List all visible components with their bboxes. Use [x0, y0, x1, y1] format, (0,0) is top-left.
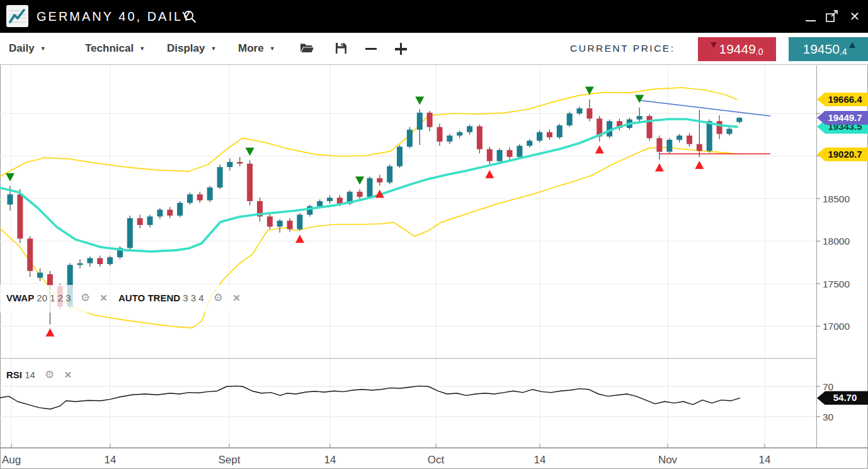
- technical-menu[interactable]: Technical▼: [85, 33, 145, 64]
- candle[interactable]: [497, 150, 503, 161]
- save-icon[interactable]: [334, 42, 350, 55]
- ask-price-box[interactable]: 19450.4: [789, 37, 868, 61]
- candle[interactable]: [17, 194, 23, 238]
- rsi-remove-icon[interactable]: ✕: [64, 369, 72, 380]
- candle[interactable]: [77, 263, 83, 265]
- candle[interactable]: [377, 178, 382, 183]
- candle[interactable]: [717, 121, 722, 134]
- vwap-remove-icon[interactable]: ✕: [100, 292, 108, 303]
- candle[interactable]: [647, 116, 653, 138]
- timeframe-menu[interactable]: Daily▼: [9, 33, 46, 64]
- current-price-label: CURRENT PRICE:: [570, 33, 675, 64]
- candle[interactable]: [327, 198, 333, 201]
- candle[interactable]: [487, 149, 493, 161]
- x-axis-label: 14: [534, 454, 546, 466]
- candle[interactable]: [507, 150, 513, 157]
- candle[interactable]: [437, 127, 443, 142]
- candle[interactable]: [137, 218, 143, 225]
- candle[interactable]: [397, 147, 403, 166]
- candle[interactable]: [427, 113, 433, 127]
- candle[interactable]: [547, 132, 552, 137]
- popout-icon: [824, 8, 840, 25]
- candle[interactable]: [197, 194, 203, 200]
- candle[interactable]: [27, 239, 33, 271]
- candle[interactable]: [677, 136, 682, 140]
- candle[interactable]: [317, 201, 323, 206]
- candle[interactable]: [87, 258, 93, 263]
- candle[interactable]: [217, 167, 223, 187]
- candle[interactable]: [207, 187, 213, 200]
- candle[interactable]: [707, 121, 712, 151]
- candle[interactable]: [227, 162, 232, 167]
- candle[interactable]: [517, 146, 522, 157]
- candle[interactable]: [267, 216, 273, 226]
- candle[interactable]: [127, 218, 133, 248]
- display-menu[interactable]: Display▼: [167, 33, 216, 64]
- candle[interactable]: [407, 130, 413, 147]
- search-icon[interactable]: [182, 9, 198, 25]
- candle[interactable]: [447, 136, 452, 142]
- candle[interactable]: [577, 108, 583, 113]
- candle[interactable]: [167, 210, 173, 216]
- buy-signal-icon: [485, 170, 494, 178]
- candle[interactable]: [47, 274, 53, 286]
- candle[interactable]: [537, 132, 542, 141]
- x-axis-label: 14: [105, 454, 117, 466]
- candle[interactable]: [177, 203, 183, 216]
- candle[interactable]: [417, 113, 423, 130]
- candle[interactable]: [557, 125, 562, 137]
- more-menu[interactable]: More▼: [238, 33, 275, 64]
- candle[interactable]: [736, 118, 742, 122]
- app-logo-icon: [6, 5, 28, 27]
- y-axis-label: 17000: [823, 321, 850, 332]
- sell-signal-icon: [355, 177, 364, 185]
- minimize-button[interactable]: [802, 8, 819, 25]
- candle[interactable]: [107, 257, 113, 264]
- rsi-axis-label: 70: [823, 381, 834, 392]
- candle[interactable]: [687, 136, 692, 144]
- open-folder-icon[interactable]: [300, 42, 315, 55]
- bid-price-box[interactable]: 19449.0: [698, 37, 776, 61]
- candle[interactable]: [287, 221, 293, 229]
- candle[interactable]: [527, 141, 532, 146]
- candle[interactable]: [586, 108, 592, 119]
- close-button[interactable]: ✕: [847, 8, 863, 25]
- x-axis-label: 14: [759, 454, 771, 466]
- candle[interactable]: [97, 258, 103, 265]
- candle[interactable]: [37, 273, 43, 278]
- candle[interactable]: [237, 162, 243, 164]
- zoom-in-button[interactable]: [394, 42, 408, 55]
- candle[interactable]: [357, 192, 363, 197]
- candle[interactable]: [726, 129, 732, 134]
- candle[interactable]: [277, 221, 283, 226]
- buy-signal-icon: [45, 328, 54, 337]
- zoom-out-button[interactable]: [365, 48, 377, 50]
- candle[interactable]: [387, 166, 392, 183]
- buy-signal-icon: [695, 161, 704, 169]
- candle[interactable]: [477, 126, 483, 149]
- candle[interactable]: [567, 113, 573, 125]
- title-bar: GERMANY 40, DAILY ✕: [0, 0, 868, 33]
- candle[interactable]: [157, 210, 163, 217]
- buy-signal-icon: [595, 146, 604, 154]
- candle[interactable]: [247, 164, 253, 201]
- candle[interactable]: [656, 138, 662, 152]
- candle[interactable]: [697, 144, 702, 151]
- auto-trend-remove-icon[interactable]: ✕: [232, 292, 241, 303]
- candle[interactable]: [147, 216, 153, 225]
- candle[interactable]: [467, 126, 472, 132]
- y-axis-label: 18000: [823, 236, 850, 246]
- candle[interactable]: [457, 132, 462, 136]
- rsi-settings-gear-icon[interactable]: ⚙: [45, 369, 54, 381]
- candle[interactable]: [367, 178, 373, 197]
- x-axis-label: Oct: [428, 454, 445, 466]
- popout-window-button[interactable]: [824, 8, 840, 25]
- auto-trend-settings-gear-icon[interactable]: ⚙: [214, 292, 223, 304]
- vwap-settings-gear-icon[interactable]: ⚙: [81, 292, 90, 304]
- candle[interactable]: [297, 215, 302, 229]
- candle[interactable]: [187, 194, 193, 203]
- candle[interactable]: [637, 116, 642, 119]
- candle[interactable]: [8, 194, 13, 204]
- candle[interactable]: [666, 140, 672, 152]
- chart-canvas[interactable]: Aug14Sept14Oct14Nov141950019000185001800…: [0, 0, 868, 469]
